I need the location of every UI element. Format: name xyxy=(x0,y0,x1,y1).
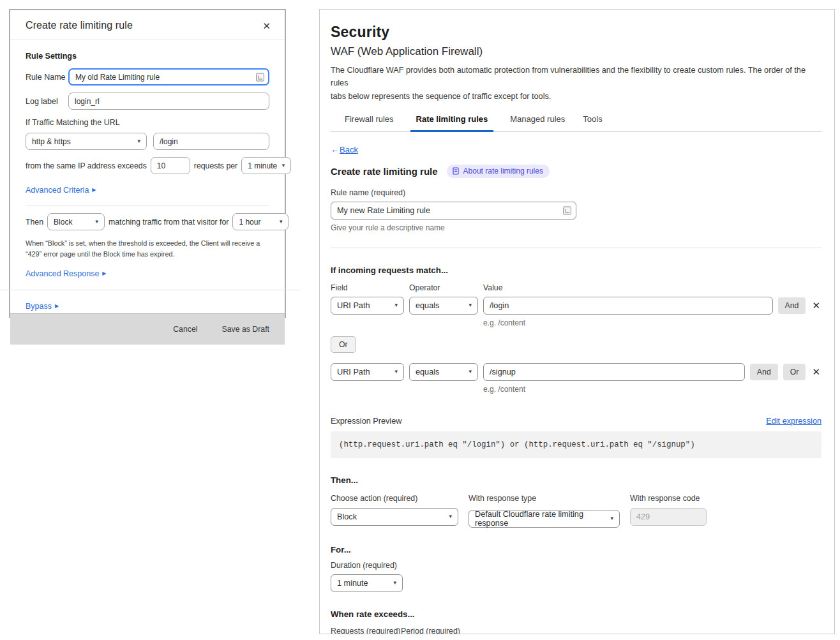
match-row-1: URI Path ▾ equals ▾ And ✕ xyxy=(331,297,821,315)
edit-expression-link[interactable]: Edit expression xyxy=(766,417,821,426)
then-section-title: Then... xyxy=(331,475,821,485)
tab-firewall-rules[interactable]: Firewall rules xyxy=(343,114,395,132)
operator-select-1-value: equals xyxy=(416,301,439,310)
legacy-action-value: Block xyxy=(54,218,72,227)
field-column-header: Field xyxy=(331,283,409,292)
field-select-2[interactable]: URI Path ▾ xyxy=(331,363,404,381)
caret-down-icon: ▾ xyxy=(449,514,452,519)
rule-name-help-text: Give your rule a descriptive name xyxy=(331,223,821,232)
legacy-period-value: 1 minute xyxy=(248,161,277,170)
or-button-row2[interactable]: Or xyxy=(783,364,806,380)
url-input[interactable] xyxy=(153,133,269,150)
advanced-criteria-link[interactable]: Advanced Criteria ▶ xyxy=(26,186,96,195)
url-match-row: http & https ▾ xyxy=(26,133,269,150)
traffic-match-label: If Traffic Matching the URL xyxy=(26,118,269,127)
back-link[interactable]: ←Back xyxy=(331,145,358,154)
log-label-field-wrap xyxy=(68,93,269,110)
or-connector-button[interactable]: Or xyxy=(331,336,356,353)
form-title-row: Create rate limiting rule About rate lim… xyxy=(331,165,821,178)
page-description: The Cloudflare WAF provides both automat… xyxy=(331,64,821,103)
value-input-2[interactable] xyxy=(483,363,745,381)
rule-name-new-label: Rule name (required) xyxy=(331,188,821,197)
action-select-value: Block xyxy=(337,512,357,521)
advanced-response-label: Advanced Response xyxy=(26,269,99,278)
cancel-button[interactable]: Cancel xyxy=(173,325,197,334)
rule-name-new-input[interactable] xyxy=(331,202,576,220)
expression-preview-code: (http.request.uri.path eq "/login") or (… xyxy=(331,431,821,458)
matching-traffic-text: matching traffic from that visitor for xyxy=(109,218,229,227)
legacy-rate-limiting-dialog: Create rate limiting rule ✕ Rule Setting… xyxy=(9,9,286,318)
then-text: Then xyxy=(26,218,43,227)
triangle-right-icon: ▶ xyxy=(102,271,106,276)
legacy-duration-select[interactable]: 1 hour ▾ xyxy=(232,213,289,230)
save-draft-button[interactable]: Save as Draft xyxy=(222,325,270,334)
screenshot-stage: Create rate limiting rule ✕ Rule Setting… xyxy=(0,0,840,640)
operator-select-1[interactable]: equals ▾ xyxy=(409,297,478,315)
bypass-link[interactable]: Bypass ▶ xyxy=(26,302,59,311)
value-hint-2: e.g. /content xyxy=(483,385,821,394)
response-type-value: Default Cloudflare rate limiting respons… xyxy=(475,510,606,528)
action-select[interactable]: Block ▾ xyxy=(331,508,458,526)
response-type-select[interactable]: Default Cloudflare rate limiting respons… xyxy=(469,510,620,528)
and-button-row1[interactable]: And xyxy=(778,297,806,314)
match-section-title: If incoming requests match... xyxy=(331,265,821,275)
rule-name-input[interactable] xyxy=(68,68,269,86)
tab-tools[interactable]: Tools xyxy=(581,114,603,132)
block-note-text: When “Block” is set, when the threshold … xyxy=(26,238,269,259)
legacy-period-select[interactable]: 1 minute ▾ xyxy=(241,157,291,174)
field-select-1[interactable]: URI Path ▾ xyxy=(331,297,404,315)
autofill-icon xyxy=(563,206,571,214)
choose-action-label: Choose action (required) xyxy=(331,494,458,503)
duration-select[interactable]: 1 minute ▾ xyxy=(331,574,403,592)
caret-down-icon: ▾ xyxy=(469,369,472,375)
value-hint-1: e.g. /content xyxy=(483,318,821,327)
rule-name-field-wrap xyxy=(68,68,269,86)
for-section-title: For... xyxy=(331,545,821,554)
expression-header: Expression Preview Edit expression xyxy=(331,417,821,426)
value-column-header: Value xyxy=(483,283,503,292)
back-label: Back xyxy=(340,145,358,154)
caret-down-icon: ▾ xyxy=(610,516,613,521)
operator-select-2-value: equals xyxy=(416,368,439,376)
dialog-divider xyxy=(26,205,269,205)
advanced-response-link[interactable]: Advanced Response ▶ xyxy=(26,269,107,278)
scheme-select-value: http & https xyxy=(32,137,71,146)
response-code-column: With response code xyxy=(630,486,707,528)
rate-labels-row: Requests (required) Period (required) xyxy=(331,627,821,634)
log-label-row: Log label xyxy=(26,93,269,110)
url-field-wrap xyxy=(153,133,269,150)
threshold-prefix-text: from the same IP address exceeds xyxy=(26,161,147,170)
remove-row-icon[interactable]: ✕ xyxy=(811,300,821,311)
caret-down-icon: ▾ xyxy=(137,138,140,144)
tab-managed-rules[interactable]: Managed rules xyxy=(509,114,566,132)
value-input-1[interactable] xyxy=(483,297,773,315)
close-icon[interactable]: ✕ xyxy=(262,21,271,31)
log-label-input[interactable] xyxy=(68,93,269,110)
triangle-right-icon: ▶ xyxy=(55,304,59,309)
section-divider xyxy=(331,248,821,248)
response-type-column: With response type Default Cloudflare ra… xyxy=(469,486,620,528)
dialog-footer: Cancel Save as Draft xyxy=(10,313,285,345)
about-rate-limiting-badge[interactable]: About rate limiting rules xyxy=(447,165,550,178)
and-button-row2[interactable]: And xyxy=(750,364,778,380)
caret-down-icon: ▾ xyxy=(469,302,472,308)
dialog-body: Rule Settings Rule Name Log label If Tra… xyxy=(10,40,285,281)
log-label-label: Log label xyxy=(26,97,68,106)
page-description-line2: tabs below represents the sequence of tr… xyxy=(331,90,821,103)
caret-down-icon: ▾ xyxy=(282,163,285,168)
legacy-action-select[interactable]: Block ▾ xyxy=(47,213,105,230)
expression-preview-label: Expression Preview xyxy=(331,417,401,426)
caret-down-icon: ▾ xyxy=(280,219,283,225)
arrow-left-icon: ← xyxy=(331,145,339,154)
threshold-input[interactable] xyxy=(151,157,190,174)
match-column-headers: Field Operator Value xyxy=(331,283,821,292)
tab-rate-limiting-rules[interactable]: Rate limiting rules xyxy=(410,114,494,132)
then-controls: Choose action (required) Block ▾ With re… xyxy=(331,486,821,528)
caret-down-icon: ▾ xyxy=(394,302,398,308)
scheme-select[interactable]: http & https ▾ xyxy=(26,133,147,150)
operator-select-2[interactable]: equals ▾ xyxy=(409,363,478,381)
remove-row-icon[interactable]: ✕ xyxy=(811,366,821,378)
form-title: Create rate limiting rule xyxy=(331,166,438,177)
page-title: Security xyxy=(331,24,821,41)
caret-down-icon: ▾ xyxy=(393,580,396,586)
